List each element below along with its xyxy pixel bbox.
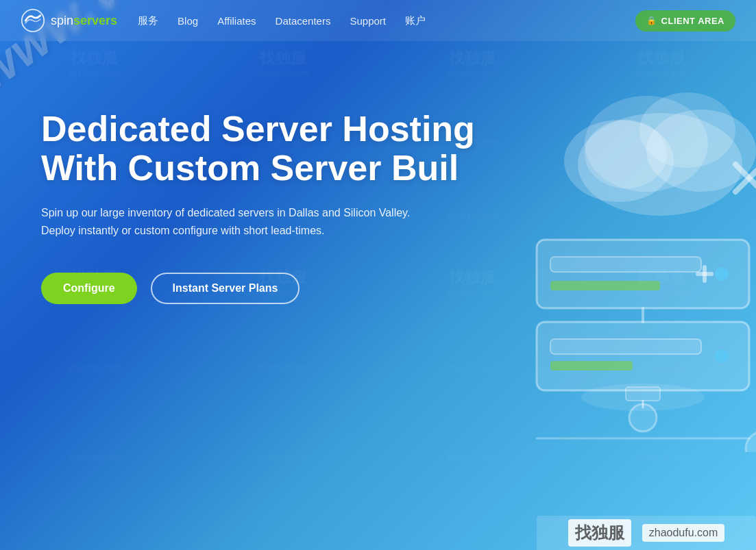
client-area-button[interactable]: 🔒 CLIENT AREA bbox=[635, 10, 735, 32]
hero-buttons: Configure Instant Server Plans bbox=[41, 273, 475, 304]
nav-support[interactable]: Support bbox=[350, 15, 386, 27]
hero-subtitle: Spin up our large inventory of dedicated… bbox=[41, 204, 425, 239]
logo[interactable]: spinservers bbox=[21, 8, 117, 33]
logo-text: spinservers bbox=[51, 14, 117, 28]
configure-button[interactable]: Configure bbox=[41, 273, 137, 304]
bottom-wm-domain-text: zhaodufu.com bbox=[642, 524, 725, 542]
client-area-label: CLIENT AREA bbox=[661, 16, 724, 26]
bottom-watermark-bar: 找独服 zhaodufu.com bbox=[537, 516, 756, 550]
navbar: spinservers 服务 Blog Affiliates Datacente… bbox=[0, 0, 756, 41]
nav-blog[interactable]: Blog bbox=[178, 15, 198, 27]
lock-icon: 🔒 bbox=[646, 16, 657, 25]
nav-links: 服务 Blog Affiliates Datacenters Support 账… bbox=[138, 14, 635, 27]
hero-content: Dedicated Server Hosting With Custom Ser… bbox=[41, 82, 475, 304]
instant-plans-button[interactable]: Instant Server Plans bbox=[151, 273, 300, 304]
nav-services[interactable]: 服务 bbox=[138, 14, 158, 27]
hero-title: Dedicated Server Hosting With Custom Ser… bbox=[41, 110, 475, 188]
nav-affiliates[interactable]: Affiliates bbox=[217, 15, 256, 27]
nav-account[interactable]: 账户 bbox=[405, 14, 426, 27]
nav-datacenters[interactable]: Datacenters bbox=[276, 15, 331, 27]
hero-section: Dedicated Server Hosting With Custom Ser… bbox=[0, 41, 756, 550]
bottom-wm-cn-text: 找独服 bbox=[568, 519, 631, 547]
